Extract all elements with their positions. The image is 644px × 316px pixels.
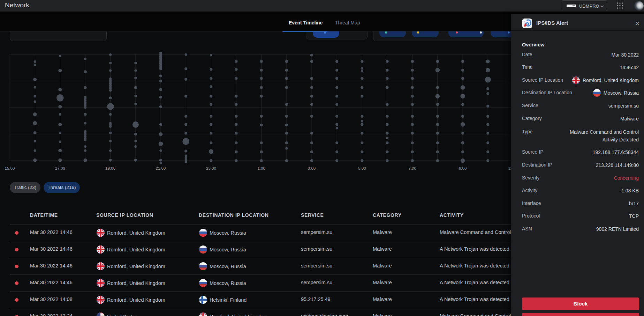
svg-text:15:00: 15:00 <box>5 166 15 170</box>
svg-text:7:00: 7:00 <box>409 166 416 170</box>
svg-text:23:00: 23:00 <box>206 166 216 170</box>
svg-text:3:00: 3:00 <box>308 166 316 170</box>
svg-text:17:00: 17:00 <box>55 166 65 170</box>
svg-text:9:00: 9:00 <box>459 166 467 170</box>
svg-text:21:00: 21:00 <box>156 166 166 170</box>
svg-text:1:00: 1:00 <box>258 166 265 170</box>
svg-text:5:00: 5:00 <box>358 166 366 170</box>
svg-text:19:00: 19:00 <box>105 166 115 170</box>
